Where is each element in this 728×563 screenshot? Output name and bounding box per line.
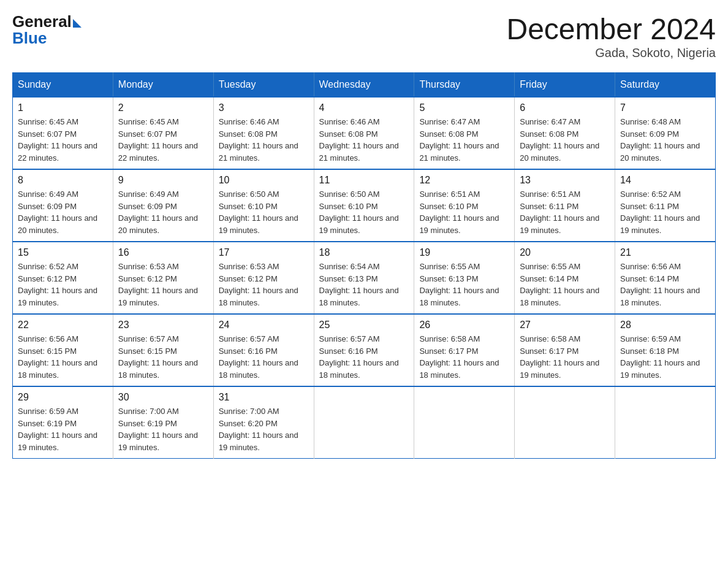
calendar-cell: 5 Sunrise: 6:47 AM Sunset: 6:08 PM Dayli… [414,97,515,169]
day-number: 11 [319,175,409,186]
title-area: December 2024 Gada, Sokoto, Nigeria [506,12,716,60]
day-info: Sunrise: 6:59 AM Sunset: 6:19 PM Dayligh… [18,405,108,453]
day-info: Sunrise: 6:57 AM Sunset: 6:16 PM Dayligh… [219,333,309,381]
day-info: Sunrise: 6:48 AM Sunset: 6:09 PM Dayligh… [620,116,710,164]
calendar-cell: 18 Sunrise: 6:54 AM Sunset: 6:13 PM Dayl… [314,242,414,314]
day-info: Sunrise: 6:46 AM Sunset: 6:08 PM Dayligh… [319,116,409,164]
calendar-cell: 29 Sunrise: 6:59 AM Sunset: 6:19 PM Dayl… [13,386,113,459]
calendar-cell: 24 Sunrise: 6:57 AM Sunset: 6:16 PM Dayl… [213,314,314,386]
day-info: Sunrise: 6:50 AM Sunset: 6:10 PM Dayligh… [319,188,409,236]
day-info: Sunrise: 6:47 AM Sunset: 6:08 PM Dayligh… [520,116,610,164]
calendar-cell: 22 Sunrise: 6:56 AM Sunset: 6:15 PM Dayl… [13,314,113,386]
calendar-cell: 27 Sunrise: 6:58 AM Sunset: 6:17 PM Dayl… [515,314,615,386]
day-info: Sunrise: 6:46 AM Sunset: 6:08 PM Dayligh… [219,116,309,164]
calendar-week-1: 1 Sunrise: 6:45 AM Sunset: 6:07 PM Dayli… [13,97,716,169]
calendar-cell: 11 Sunrise: 6:50 AM Sunset: 6:10 PM Dayl… [314,169,414,242]
day-number: 18 [319,247,409,258]
calendar-cell [615,386,716,459]
header-wednesday: Wednesday [314,73,414,98]
header-tuesday: Tuesday [213,73,314,98]
day-info: Sunrise: 6:58 AM Sunset: 6:17 PM Dayligh… [419,333,509,381]
header-sunday: Sunday [13,73,113,98]
day-number: 10 [219,175,309,186]
header-monday: Monday [113,73,213,98]
calendar-cell: 28 Sunrise: 6:59 AM Sunset: 6:18 PM Dayl… [615,314,716,386]
header-saturday: Saturday [615,73,716,98]
day-info: Sunrise: 7:00 AM Sunset: 6:19 PM Dayligh… [118,405,208,453]
logo-arrow-icon [73,19,82,28]
calendar-cell: 2 Sunrise: 6:45 AM Sunset: 6:07 PM Dayli… [113,97,213,169]
day-info: Sunrise: 6:47 AM Sunset: 6:08 PM Dayligh… [419,116,509,164]
day-number: 24 [219,320,309,331]
day-info: Sunrise: 6:55 AM Sunset: 6:13 PM Dayligh… [419,261,509,308]
calendar-week-3: 15 Sunrise: 6:52 AM Sunset: 6:12 PM Dayl… [13,242,716,314]
day-number: 22 [18,320,108,331]
calendar-cell: 16 Sunrise: 6:53 AM Sunset: 6:12 PM Dayl… [113,242,213,314]
day-number: 12 [419,175,509,186]
day-number: 23 [118,320,208,331]
day-info: Sunrise: 6:52 AM Sunset: 6:11 PM Dayligh… [620,188,710,236]
calendar-cell: 15 Sunrise: 6:52 AM Sunset: 6:12 PM Dayl… [13,242,113,314]
day-number: 1 [18,102,108,113]
calendar-cell: 30 Sunrise: 7:00 AM Sunset: 6:19 PM Dayl… [113,386,213,459]
page-header: General Blue December 2024 Gada, Sokoto,… [12,12,716,60]
calendar-cell: 1 Sunrise: 6:45 AM Sunset: 6:07 PM Dayli… [13,97,113,169]
calendar-cell [414,386,515,459]
page-title: December 2024 [506,12,716,46]
page-subtitle: Gada, Sokoto, Nigeria [506,46,716,60]
calendar-cell: 8 Sunrise: 6:49 AM Sunset: 6:09 PM Dayli… [13,169,113,242]
calendar-cell: 19 Sunrise: 6:55 AM Sunset: 6:13 PM Dayl… [414,242,515,314]
day-number: 17 [219,247,309,258]
header-thursday: Thursday [414,73,515,98]
day-info: Sunrise: 6:52 AM Sunset: 6:12 PM Dayligh… [18,261,108,308]
calendar-cell: 25 Sunrise: 6:57 AM Sunset: 6:16 PM Dayl… [314,314,414,386]
day-number: 14 [620,175,710,186]
day-number: 9 [118,175,208,186]
day-number: 31 [219,392,309,403]
day-number: 26 [419,320,509,331]
calendar-cell: 10 Sunrise: 6:50 AM Sunset: 6:10 PM Dayl… [213,169,314,242]
day-number: 20 [520,247,610,258]
day-info: Sunrise: 6:55 AM Sunset: 6:14 PM Dayligh… [520,261,610,308]
day-number: 2 [118,102,208,113]
header-friday: Friday [515,73,615,98]
calendar-cell: 31 Sunrise: 7:00 AM Sunset: 6:20 PM Dayl… [213,386,314,459]
day-info: Sunrise: 6:56 AM Sunset: 6:15 PM Dayligh… [18,333,108,381]
calendar-cell: 14 Sunrise: 6:52 AM Sunset: 6:11 PM Dayl… [615,169,716,242]
calendar-header: Sunday Monday Tuesday Wednesday Thursday… [13,73,716,98]
calendar-cell: 23 Sunrise: 6:57 AM Sunset: 6:15 PM Dayl… [113,314,213,386]
day-number: 16 [118,247,208,258]
calendar-week-2: 8 Sunrise: 6:49 AM Sunset: 6:09 PM Dayli… [13,169,716,242]
day-info: Sunrise: 6:49 AM Sunset: 6:09 PM Dayligh… [18,188,108,236]
day-number: 4 [319,102,409,113]
header-row: Sunday Monday Tuesday Wednesday Thursday… [13,73,716,98]
day-info: Sunrise: 6:50 AM Sunset: 6:10 PM Dayligh… [219,188,309,236]
day-number: 30 [118,392,208,403]
calendar-cell: 26 Sunrise: 6:58 AM Sunset: 6:17 PM Dayl… [414,314,515,386]
day-number: 6 [520,102,610,113]
calendar-cell: 21 Sunrise: 6:56 AM Sunset: 6:14 PM Dayl… [615,242,716,314]
day-number: 3 [219,102,309,113]
day-number: 5 [419,102,509,113]
day-number: 21 [620,247,710,258]
calendar-cell [314,386,414,459]
calendar-cell: 17 Sunrise: 6:53 AM Sunset: 6:12 PM Dayl… [213,242,314,314]
calendar-cell: 4 Sunrise: 6:46 AM Sunset: 6:08 PM Dayli… [314,97,414,169]
day-number: 8 [18,175,108,186]
day-info: Sunrise: 6:53 AM Sunset: 6:12 PM Dayligh… [118,261,208,308]
day-info: Sunrise: 6:59 AM Sunset: 6:18 PM Dayligh… [620,333,710,381]
calendar-cell: 6 Sunrise: 6:47 AM Sunset: 6:08 PM Dayli… [515,97,615,169]
day-info: Sunrise: 6:53 AM Sunset: 6:12 PM Dayligh… [219,261,309,308]
calendar-cell: 20 Sunrise: 6:55 AM Sunset: 6:14 PM Dayl… [515,242,615,314]
day-number: 27 [520,320,610,331]
day-number: 28 [620,320,710,331]
calendar-week-5: 29 Sunrise: 6:59 AM Sunset: 6:19 PM Dayl… [13,386,716,459]
day-number: 25 [319,320,409,331]
logo-blue-text: Blue [12,29,82,48]
day-info: Sunrise: 6:56 AM Sunset: 6:14 PM Dayligh… [620,261,710,308]
logo: General Blue [12,12,82,48]
day-number: 13 [520,175,610,186]
calendar-table: Sunday Monday Tuesday Wednesday Thursday… [12,72,716,459]
day-info: Sunrise: 6:58 AM Sunset: 6:17 PM Dayligh… [520,333,610,381]
day-info: Sunrise: 6:51 AM Sunset: 6:10 PM Dayligh… [419,188,509,236]
